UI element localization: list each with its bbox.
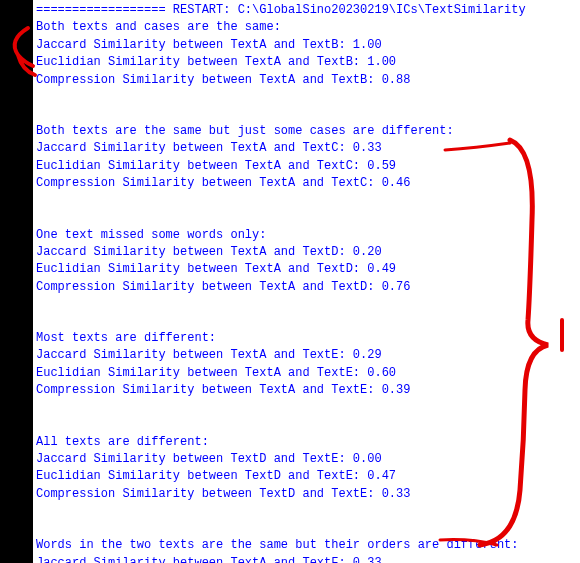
output-line: Euclidian Similarity between TextA and T…	[36, 54, 577, 71]
output-line: Compression Similarity between TextA and…	[36, 279, 577, 296]
output-line: Compression Similarity between TextD and…	[36, 486, 577, 503]
section-header: All texts are different:	[36, 434, 577, 451]
section-header: Most texts are different:	[36, 330, 577, 347]
output-line: Jaccard Similarity between TextA and Tex…	[36, 140, 577, 157]
output-line: Compression Similarity between TextA and…	[36, 175, 577, 192]
blank-gap	[36, 503, 577, 537]
section-header: Both texts are the same but just some ca…	[36, 123, 577, 140]
blank-gap	[36, 296, 577, 330]
section-block: Both texts are the same but just some ca…	[36, 123, 577, 193]
output-line: Jaccard Similarity between TextA and Tex…	[36, 347, 577, 364]
section-header: Words in the two texts are the same but …	[36, 537, 577, 554]
restart-line: ================== RESTART: C:\GlobalSin…	[36, 2, 577, 19]
output-line: Euclidian Similarity between TextA and T…	[36, 365, 577, 382]
blank-gap	[36, 89, 577, 123]
section-header: One text missed some words only:	[36, 227, 577, 244]
section-block: All texts are different: Jaccard Similar…	[36, 434, 577, 504]
blank-gap	[36, 193, 577, 227]
section-block: Both texts and cases are the same: Jacca…	[36, 19, 577, 89]
section-block: Most texts are different: Jaccard Simila…	[36, 330, 577, 400]
output-line: Euclidian Similarity between TextD and T…	[36, 468, 577, 485]
output-line: Jaccard Similarity between TextD and Tex…	[36, 451, 577, 468]
section-block: Words in the two texts are the same but …	[36, 537, 577, 563]
section-block: One text missed some words only: Jaccard…	[36, 227, 577, 297]
output-line: Jaccard Similarity between TextA and Tex…	[36, 555, 577, 563]
output-line: Jaccard Similarity between TextA and Tex…	[36, 244, 577, 261]
output-line: Euclidian Similarity between TextA and T…	[36, 158, 577, 175]
output-line: Euclidian Similarity between TextA and T…	[36, 261, 577, 278]
console-output: ================== RESTART: C:\GlobalSin…	[33, 0, 580, 563]
blank-gap	[36, 400, 577, 434]
output-line: Compression Similarity between TextA and…	[36, 382, 577, 399]
output-line: Compression Similarity between TextA and…	[36, 72, 577, 89]
output-line: Jaccard Similarity between TextA and Tex…	[36, 37, 577, 54]
section-header: Both texts and cases are the same:	[36, 19, 577, 36]
